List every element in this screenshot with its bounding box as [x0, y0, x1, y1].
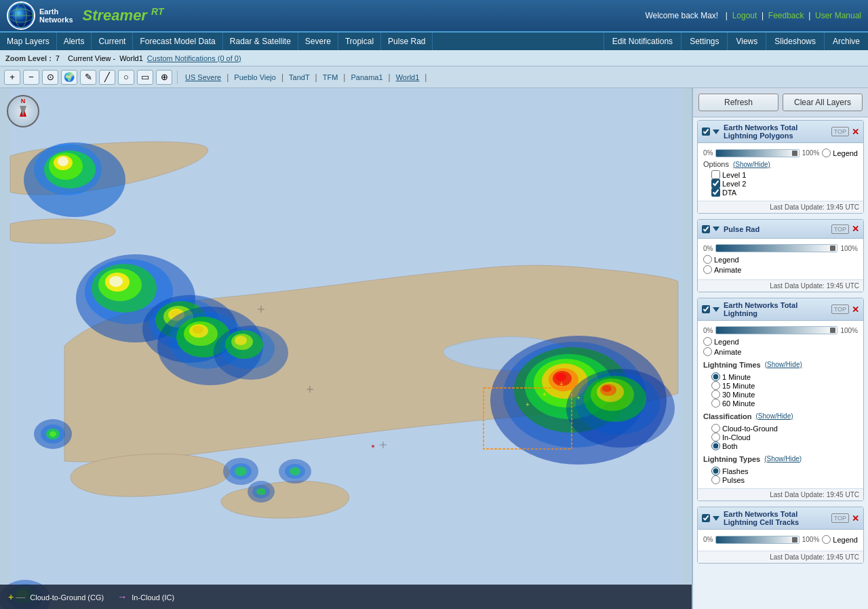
level1-check[interactable]: Level 1	[711, 170, 858, 179]
view-world1[interactable]: World1	[393, 73, 422, 81]
circle-button[interactable]: ○	[118, 70, 134, 85]
nav-settings[interactable]: Settings	[681, 33, 727, 50]
rect-button[interactable]: ▭	[137, 70, 153, 85]
dta-check[interactable]: DTA	[711, 188, 858, 197]
view-us-severe[interactable]: US Severe	[182, 73, 224, 81]
zoom-in-button[interactable]: +	[4, 70, 20, 85]
legend-radio-pulse[interactable]: Legend	[703, 255, 858, 264]
type-flashes[interactable]: Flashes	[711, 467, 858, 475]
layer-toggle-en-lightning[interactable]	[702, 305, 710, 313]
layer-top-icon-cell-tracks[interactable]: TOP	[831, 513, 849, 523]
clear-all-layers-button[interactable]: Clear All Layers	[783, 94, 863, 111]
refresh-button[interactable]: Refresh	[698, 94, 778, 111]
opacity-min-polygons: 0%	[703, 149, 713, 157]
nav-views[interactable]: Views	[727, 33, 766, 50]
animate-radio-pulse[interactable]: Animate	[703, 265, 858, 274]
streamer-logo: Streamer RT	[83, 6, 164, 24]
custom-notifications-link[interactable]: Custom Notifications (0 of 0)	[147, 54, 241, 62]
nav-tropical[interactable]: Tropical	[338, 33, 381, 50]
layer-close-cell-tracks[interactable]: ✕	[852, 513, 859, 524]
legend-radio-polygons[interactable]: Legend	[822, 149, 858, 157]
class-ic[interactable]: In-Cloud	[711, 433, 858, 441]
opacity-slider-pulse[interactable]	[715, 244, 837, 252]
last-update-tracks: Last Data Update: 19:45 UTC	[698, 551, 863, 563]
type-pulses[interactable]: Pulses	[711, 475, 858, 484]
nav-current[interactable]: Current	[92, 33, 133, 50]
class-both[interactable]: Both	[711, 441, 858, 450]
opacity-slider-polygons[interactable]	[715, 149, 799, 157]
layer-title-pulse-rad: Pulse Rad	[724, 225, 829, 233]
current-view-label: Current View -	[64, 54, 115, 62]
nav-alerts[interactable]: Alerts	[57, 33, 92, 50]
line-button[interactable]: ╱	[99, 70, 115, 85]
classification-show-hide[interactable]: (Show/Hide)	[756, 412, 793, 420]
layer-close-en-lightning[interactable]: ✕	[852, 304, 859, 315]
nav-map-layers[interactable]: Map Layers	[0, 33, 57, 50]
layer-toggle-lightning-polygons[interactable]	[702, 127, 710, 136]
layer-top-icon-lightning-polygons[interactable]: TOP	[831, 127, 849, 136]
nav-radar-satellite[interactable]: Radar & Satellite	[223, 33, 298, 50]
target-button[interactable]: ⊙	[42, 70, 58, 85]
cg-legend-item: + — Cloud-to-Ground (CG)	[8, 591, 104, 602]
options-show-hide-polygons[interactable]: (Show/Hide)	[733, 161, 770, 168]
lightning-times-show-hide[interactable]: (Show/Hide)	[765, 361, 802, 368]
lightning-types-show-hide[interactable]: (Show/Hide)	[764, 455, 802, 463]
layer-body-cell-tracks: 0% 100% Legend	[698, 530, 863, 551]
opacity-slider-lightning[interactable]	[715, 326, 837, 334]
layer-close-pulse-rad[interactable]: ✕	[852, 224, 859, 234]
view-panama1[interactable]: Panama1	[348, 73, 385, 81]
layer-body-lightning-polygons: 0% 100% Legend Options (Show/Hide) Level	[698, 143, 863, 201]
legend-radio-tracks[interactable]: Legend	[822, 535, 858, 544]
dta-input[interactable]	[711, 188, 720, 197]
header-user-area: Welcome back Max! | Logout | Feedback | …	[642, 11, 861, 20]
time-60min[interactable]: 60 Minute	[711, 399, 858, 408]
layer-top-icon-en-lightning[interactable]: TOP	[831, 304, 849, 314]
feedback-link[interactable]: Feedback	[768, 11, 804, 20]
opacity-min-tracks: 0%	[703, 536, 713, 543]
nav-forecast-model-data[interactable]: Forecast Model Data	[133, 33, 222, 50]
zoom-out-button[interactable]: −	[23, 70, 39, 85]
last-update-polygons: Last Data Update: 19:45 UTC	[698, 201, 863, 213]
time-1min[interactable]: 1 Minute	[711, 372, 858, 381]
opacity-slider-tracks[interactable]	[715, 536, 799, 544]
level2-input[interactable]	[711, 179, 720, 188]
collapse-cell-tracks[interactable]	[713, 516, 719, 521]
svg-point-59	[290, 467, 300, 475]
class-ctg[interactable]: Cloud-to-Ground	[711, 424, 858, 433]
view-tandt[interactable]: TandT	[286, 73, 313, 81]
collapse-en-lightning[interactable]	[713, 307, 719, 312]
opacity-max-pulse: 100%	[840, 245, 858, 252]
layer-top-icon-pulse-rad[interactable]: TOP	[831, 224, 849, 234]
crosshair-button[interactable]: ⊕	[156, 70, 172, 85]
time-15min[interactable]: 15 Minute	[711, 381, 858, 390]
last-update-pulse: Last Data Update: 19:45 UTC	[698, 279, 863, 292]
current-view-name: World1	[119, 54, 143, 62]
pencil-button[interactable]: ✎	[80, 70, 96, 85]
lightning-types-label: Lightning Types	[703, 455, 760, 463]
level1-input[interactable]	[711, 170, 720, 179]
animate-radio-lightning[interactable]: Animate	[703, 347, 858, 356]
layer-close-lightning-polygons[interactable]: ✕	[852, 127, 859, 137]
nav-slideshows[interactable]: Slideshows	[766, 33, 824, 50]
nav-archive[interactable]: Archive	[824, 33, 868, 50]
main-content: + + + + N + — Cloud-to-Ground (CG) →	[0, 88, 868, 609]
nav-severe[interactable]: Severe	[298, 33, 338, 50]
user-manual-link[interactable]: User Manual	[815, 11, 861, 20]
svg-point-56	[235, 467, 247, 476]
view-tfm[interactable]: TFM	[320, 73, 341, 81]
layer-toggle-cell-tracks[interactable]	[702, 514, 710, 522]
collapse-lightning-polygons[interactable]	[713, 130, 719, 134]
logout-link[interactable]: Logout	[732, 11, 757, 20]
view-pueblo-viejo[interactable]: Pueblo Viejo	[231, 73, 279, 81]
ic-legend-item: → In-Cloud (IC)	[117, 591, 174, 602]
layer-toggle-pulse-rad[interactable]	[702, 225, 710, 233]
legend-radio-lightning[interactable]: Legend	[703, 337, 858, 346]
globe-button[interactable]: 🌍	[61, 70, 77, 85]
map-area[interactable]: + + + + N + — Cloud-to-Ground (CG) →	[0, 88, 692, 609]
nav-pulse-rad[interactable]: Pulse Rad	[381, 33, 433, 50]
right-panel: Refresh Clear All Layers Earth Networks …	[692, 88, 868, 609]
time-30min[interactable]: 30 Minute	[711, 390, 858, 399]
collapse-pulse-rad[interactable]	[713, 227, 719, 231]
nav-edit-notifications[interactable]: Edit Notifications	[604, 33, 681, 50]
level2-check[interactable]: Level 2	[711, 179, 858, 188]
